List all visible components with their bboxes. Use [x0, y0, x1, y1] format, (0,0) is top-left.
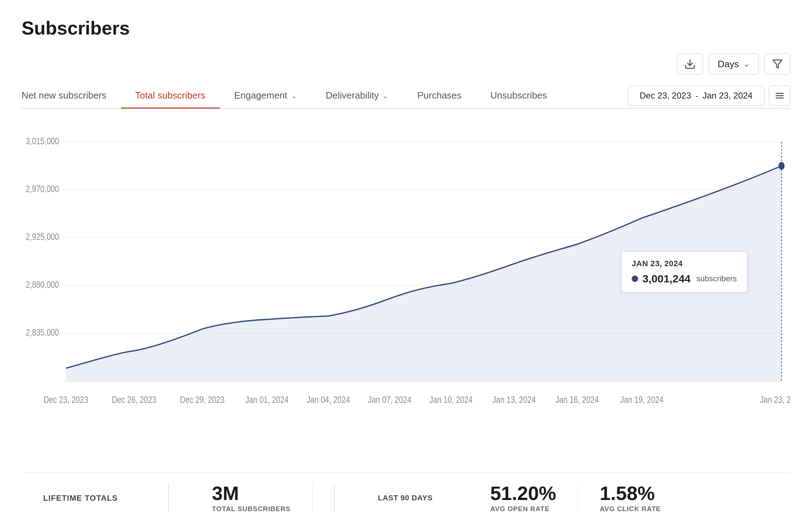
total-subscribers-label: TOTAL SUBSCRIBERS — [212, 505, 290, 513]
last-90-section: LAST 90 DAYS — [356, 494, 469, 503]
chevron-down-icon: ⌄ — [743, 59, 750, 69]
svg-text:2,880,000: 2,880,000 — [26, 279, 59, 290]
svg-text:Jan 10, 2024: Jan 10, 2024 — [429, 394, 473, 405]
tooltip-dot-icon — [632, 276, 638, 282]
svg-text:2,925,000: 2,925,000 — [26, 231, 59, 242]
date-end: Jan 23, 2024 — [703, 91, 753, 101]
menu-button[interactable] — [769, 86, 790, 106]
svg-text:Jan 16, 2024: Jan 16, 2024 — [555, 394, 599, 405]
stats-divider-1 — [168, 484, 169, 513]
svg-text:2,835,000: 2,835,000 — [26, 327, 59, 337]
svg-text:Jan 19, 2024: Jan 19, 2024 — [620, 394, 663, 405]
tooltip-label: subscribers — [696, 274, 737, 283]
avg-click-rate-value: 1.58% — [600, 483, 655, 503]
date-separator: - — [695, 91, 698, 101]
svg-text:Jan 13, 2024: Jan 13, 2024 — [492, 394, 536, 405]
svg-marker-1 — [773, 60, 782, 68]
lifetime-totals-label: LIFETIME TOTALS — [43, 494, 118, 503]
date-start: Dec 23, 2023 — [640, 91, 691, 101]
svg-text:2,970,000: 2,970,000 — [26, 183, 59, 194]
tooltip-date: JAN 23, 2024 — [632, 259, 737, 268]
last-90-label: LAST 90 DAYS — [378, 494, 433, 502]
avg-click-rate-stat: 1.58% AVG CLICK RATE — [578, 483, 682, 513]
tooltip-value: 3,001,244 — [642, 273, 690, 285]
chevron-down-icon: ⌄ — [291, 91, 297, 100]
date-range-container: Dec 23, 2023 - Jan 23, 2024 — [628, 86, 790, 106]
stats-divider-2 — [334, 484, 335, 513]
avg-open-rate-value: 51.20% — [490, 483, 556, 503]
avg-open-rate-label: AVG OPEN RATE — [490, 505, 550, 513]
tab-purchases[interactable]: Purchases — [403, 83, 476, 109]
tab-total-subscribers[interactable]: Total subscribers — [121, 83, 220, 109]
total-subscribers-stat: 3M TOTAL SUBSCRIBERS — [190, 483, 312, 513]
avg-click-rate-label: AVG CLICK RATE — [600, 505, 661, 513]
svg-text:Jan 04, 2024: Jan 04, 2024 — [307, 394, 350, 405]
total-subscribers-value: 3M — [212, 483, 239, 503]
tooltip-value-row: 3,001,244 subscribers — [632, 273, 737, 285]
chart-svg: 3,015,000 2,970,000 2,925,000 2,880,000 … — [22, 116, 790, 473]
svg-text:Dec 23, 2023: Dec 23, 2023 — [44, 394, 88, 405]
chart-area: 3,015,000 2,970,000 2,925,000 2,880,000 … — [22, 116, 790, 473]
avg-open-rate-stat: 51.20% AVG OPEN RATE — [469, 483, 578, 513]
svg-text:Dec 26, 2023: Dec 26, 2023 — [112, 394, 157, 405]
toolbar: Days ⌄ — [22, 53, 790, 75]
days-label: Days — [718, 59, 739, 70]
svg-text:Jan 01, 2024: Jan 01, 2024 — [245, 394, 289, 405]
tabs-row: Net new subscribers Total subscribers En… — [22, 83, 790, 109]
svg-text:Jan 07, 2024: Jan 07, 2024 — [368, 394, 411, 405]
svg-text:Dec 29, 2023: Dec 29, 2023 — [180, 394, 225, 405]
lifetime-totals-section: LIFETIME TOTALS — [43, 494, 146, 503]
filter-button[interactable] — [764, 53, 790, 75]
svg-text:3,015,000: 3,015,000 — [26, 135, 59, 146]
chevron-down-icon: ⌄ — [382, 91, 388, 100]
tab-deliverability[interactable]: Deliverability ⌄ — [311, 83, 403, 109]
days-dropdown[interactable]: Days ⌄ — [709, 53, 759, 75]
chart-tooltip: JAN 23, 2024 3,001,244 subscribers — [621, 251, 747, 292]
stats-bar: LIFETIME TOTALS 3M TOTAL SUBSCRIBERS LAS… — [22, 473, 790, 523]
svg-point-17 — [779, 162, 785, 170]
date-range-picker[interactable]: Dec 23, 2023 - Jan 23, 2024 — [628, 86, 764, 106]
page-title: Subscribers — [22, 17, 790, 39]
download-button[interactable] — [677, 53, 703, 75]
svg-text:Jan 23, 2024: Jan 23, 2024 — [760, 394, 790, 405]
tab-net-new-subscribers[interactable]: Net new subscribers — [22, 83, 121, 109]
tab-engagement[interactable]: Engagement ⌄ — [220, 83, 311, 109]
tab-unsubscribes[interactable]: Unsubscribes — [476, 83, 561, 109]
